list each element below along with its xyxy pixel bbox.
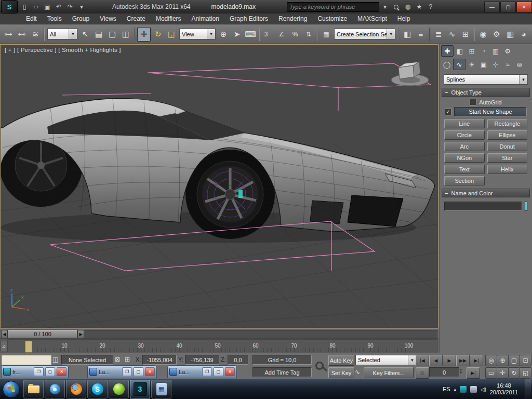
menu-item-customize[interactable]: Customize (312, 14, 352, 23)
next-frame-icon[interactable]: ▶▶ (456, 355, 470, 366)
menu-item-group[interactable]: Group (67, 14, 95, 23)
taskbar-calculator-icon[interactable]: ▦ (151, 380, 171, 398)
modify-tab-icon[interactable]: ◧ (454, 46, 466, 56)
zoom-all-icon[interactable]: ⊕ (497, 355, 509, 366)
zoom-extents-icon[interactable]: ▢ (508, 355, 520, 366)
ellipse-button[interactable]: Ellipse (487, 130, 528, 140)
select-and-move-icon[interactable]: ✛ (137, 27, 151, 42)
z-coordinate-field[interactable]: 0,0 (228, 355, 248, 365)
material-editor-icon[interactable]: ◉ (477, 28, 489, 41)
render-setup-icon[interactable]: ⚙ (490, 28, 503, 41)
circle-button[interactable]: Circle (444, 130, 485, 140)
set-keys-key-icon[interactable] (313, 356, 326, 376)
select-by-name-icon[interactable]: ▤ (92, 28, 105, 41)
quick-access-dropdown-icon[interactable]: ▾ (76, 2, 87, 11)
geometry-category-icon[interactable]: ◯ (441, 59, 453, 70)
object-type-rollout-header[interactable]: − Object Type (442, 88, 530, 97)
display-tab-icon[interactable]: ▥ (490, 46, 501, 56)
minimized-window-la-1[interactable]: La... ❐ ▢ ✕ (87, 365, 157, 378)
help-icon[interactable]: ? (425, 2, 436, 11)
menu-item-graph-editors[interactable]: Graph Editors (224, 14, 273, 23)
object-name-input[interactable] (444, 202, 522, 211)
select-object-icon[interactable]: ↖ (79, 28, 91, 41)
frame-spinner[interactable]: ▲▼ (459, 368, 462, 374)
taskbar-clock[interactable]: 16:48 20/03/2011 (490, 382, 518, 396)
restore-window-icon[interactable]: ❐ (122, 367, 132, 376)
set-key-button[interactable]: Set Key (328, 367, 354, 378)
schematic-view-icon[interactable]: ⊞ (459, 28, 472, 41)
rectangle-button[interactable]: Rectangle (487, 119, 528, 128)
selection-filter-dropdown[interactable]: All▼ (47, 29, 77, 39)
render-production-icon[interactable]: ◕ (517, 28, 530, 41)
name-color-rollout-header[interactable]: − Name and Color (442, 189, 530, 197)
restore-window-icon[interactable]: ❐ (34, 367, 44, 376)
maximize-button[interactable]: ▢ (500, 2, 516, 12)
cameras-category-icon[interactable]: ▣ (478, 59, 489, 70)
rendered-frame-window-icon[interactable]: ▥ (504, 28, 516, 41)
next-frame-arrow-icon[interactable]: ▶ (77, 330, 84, 338)
key-filters-wave-icon[interactable]: ∿ (355, 368, 360, 376)
taskbar-3dsmax-icon[interactable]: 3 (130, 380, 150, 398)
taskbar-skype-icon[interactable]: S (87, 380, 108, 398)
taskbar-explorer-icon[interactable] (23, 380, 44, 398)
zoom-extents-all-icon[interactable]: ⊡ (520, 355, 531, 366)
align-icon[interactable]: ≡ (415, 28, 427, 41)
create-tab-icon[interactable]: ✚ (441, 45, 454, 57)
orbit-view-icon[interactable]: ↻ (508, 367, 520, 379)
minimized-window-la-2[interactable]: La... ❐ ▢ ✕ (167, 365, 237, 378)
go-to-end-icon[interactable]: ▶| (470, 355, 483, 366)
menu-item-edit[interactable]: Edit (21, 14, 42, 23)
search-scope-dropdown-icon[interactable]: ▾ (380, 2, 390, 11)
edit-named-selection-sets-icon[interactable]: ▦ (320, 28, 332, 41)
maximize-viewport-toggle-icon[interactable]: ◱ (520, 367, 531, 379)
play-animation-icon[interactable]: ▶ (443, 355, 456, 366)
current-frame-field[interactable]: 0 (429, 367, 459, 377)
select-and-scale-icon[interactable]: ◲ (165, 28, 178, 41)
ngon-button[interactable]: NGon (444, 153, 485, 163)
redo-icon[interactable]: ↷ (65, 2, 75, 11)
menu-item-rendering[interactable]: Rendering (273, 14, 312, 23)
reference-coordinate-dropdown[interactable]: View▼ (179, 29, 216, 39)
hidden-icons-arrow-icon[interactable]: ▴ (454, 387, 456, 392)
section-button[interactable]: Section (444, 176, 485, 185)
window-crossing-icon[interactable]: ◫ (119, 28, 132, 41)
hierarchy-tab-icon[interactable]: ⊞ (466, 46, 477, 56)
select-and-rotate-icon[interactable]: ↻ (152, 28, 164, 41)
app-logo-icon[interactable]: S (1, 0, 18, 14)
tray-app-icon[interactable] (460, 386, 467, 393)
taskbar-messenger-icon[interactable]: ☻ (45, 380, 65, 398)
previous-frame-icon[interactable]: ◀ (429, 355, 443, 366)
select-and-manipulate-icon[interactable]: ➤ (231, 28, 243, 41)
close-window-icon[interactable]: ✕ (145, 367, 155, 376)
zoom-icon[interactable]: ◎ (485, 355, 497, 366)
mini-curve-editor-icon[interactable]: ⊿ (1, 341, 7, 351)
auto-key-button[interactable]: Auto Key (328, 355, 354, 366)
restore-window-icon[interactable]: ❐ (202, 367, 212, 376)
line-button[interactable]: Line (444, 119, 485, 128)
menu-item-views[interactable]: Views (95, 14, 122, 23)
text-button[interactable]: Text (444, 165, 485, 174)
track-bar-ruler[interactable]: 10 20 30 40 50 60 70 80 90 100 (7, 339, 437, 352)
use-pivot-center-icon[interactable]: ⊕ (217, 28, 230, 41)
minimized-window-fr[interactable]: fr... ❐ ▢ ✕ (1, 365, 69, 378)
layer-manager-icon[interactable]: ≣ (432, 28, 445, 41)
go-to-start-icon[interactable]: |◀ (416, 355, 429, 366)
infocenter-search-input[interactable] (287, 2, 379, 12)
field-of-view-icon[interactable]: ▭ (485, 367, 497, 379)
open-file-icon[interactable]: ▱ (31, 2, 41, 11)
shape-category-dropdown[interactable]: Splines▼ (444, 74, 528, 85)
menu-item-create[interactable]: Create (122, 14, 151, 23)
maximize-window-icon[interactable]: ▢ (214, 367, 223, 376)
bind-to-space-warp-icon[interactable]: ≋ (29, 28, 42, 41)
key-mode-dropdown[interactable]: Selected▼ (355, 355, 417, 365)
donut-button[interactable]: Donut (487, 142, 528, 151)
x-coordinate-field[interactable]: -1055,004 (142, 355, 177, 365)
autogrid-checkbox[interactable] (470, 99, 476, 105)
show-desktop-button[interactable] (525, 379, 531, 399)
menu-item-help[interactable]: Help (392, 14, 416, 23)
shapes-category-icon[interactable]: ∿ (453, 59, 466, 70)
named-selection-set-dropdown[interactable]: Create Selection Se▼ (334, 29, 395, 39)
add-time-tag-button[interactable]: Add Time Tag (252, 367, 312, 377)
space-warps-category-icon[interactable]: ≈ (502, 59, 513, 70)
utilities-tab-icon[interactable]: ⚙ (502, 46, 513, 56)
